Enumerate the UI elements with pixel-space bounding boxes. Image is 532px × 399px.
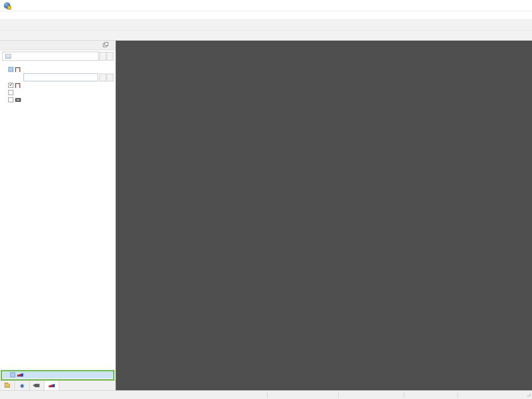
tab-views[interactable] xyxy=(30,381,44,390)
mode-next-button[interactable] xyxy=(107,74,113,81)
tree-item-frequency[interactable] xyxy=(0,66,116,73)
tree-item-values-on-surfaces[interactable]: xx xyxy=(0,96,116,103)
tab-display[interactable]: ◉ xyxy=(15,381,30,390)
tree-item-mode-shape[interactable] xyxy=(0,82,116,89)
table-icon xyxy=(5,54,11,59)
frame-icon xyxy=(15,67,20,71)
main-area: xx ◉ xyxy=(0,41,532,390)
mode-prev-button[interactable] xyxy=(100,74,106,81)
result-flag-icon xyxy=(17,373,23,377)
analysis-prev-button[interactable] xyxy=(100,52,106,60)
folder-icon xyxy=(5,384,10,388)
resize-grip[interactable] xyxy=(527,393,530,396)
analysis-combo-row xyxy=(0,50,116,62)
toolbar-insert-edit xyxy=(0,30,532,41)
tree-item-normalization[interactable] xyxy=(2,371,113,378)
analysis-combo[interactable] xyxy=(2,52,99,61)
frequency-checkbox[interactable] xyxy=(8,67,13,72)
tab-data[interactable] xyxy=(0,381,15,390)
app-logo-icon xyxy=(4,2,10,9)
tab-results[interactable] xyxy=(44,381,59,390)
results-icon xyxy=(49,384,55,387)
frame-icon xyxy=(15,83,20,87)
normalization-checkbox[interactable] xyxy=(10,372,15,377)
camera-icon xyxy=(35,384,40,387)
analysis-next-button[interactable] xyxy=(107,52,113,60)
mode-shape-checkbox[interactable] xyxy=(8,83,13,88)
mode-selector-row xyxy=(0,73,116,82)
menu-bar xyxy=(0,11,532,20)
values-xx-icon: xx xyxy=(15,98,21,102)
normalization-group xyxy=(1,370,114,380)
tree-item-masses[interactable] xyxy=(0,89,116,96)
float-panel-icon[interactable] xyxy=(103,43,107,47)
navigator-panel: xx ◉ xyxy=(0,41,116,390)
navigator-tabs: ◉ xyxy=(0,380,116,390)
navigator-header xyxy=(0,41,116,50)
masses-checkbox[interactable] xyxy=(8,90,13,95)
mdi-area xyxy=(116,41,532,390)
results-tree: xx xyxy=(0,62,116,380)
mode-selector-combo[interactable] xyxy=(24,73,98,81)
values-on-surfaces-checkbox[interactable] xyxy=(8,97,13,102)
toolbar-standard xyxy=(0,20,532,30)
status-bar xyxy=(0,390,532,399)
eye-icon: ◉ xyxy=(20,383,24,388)
app-titlebar xyxy=(0,0,532,11)
